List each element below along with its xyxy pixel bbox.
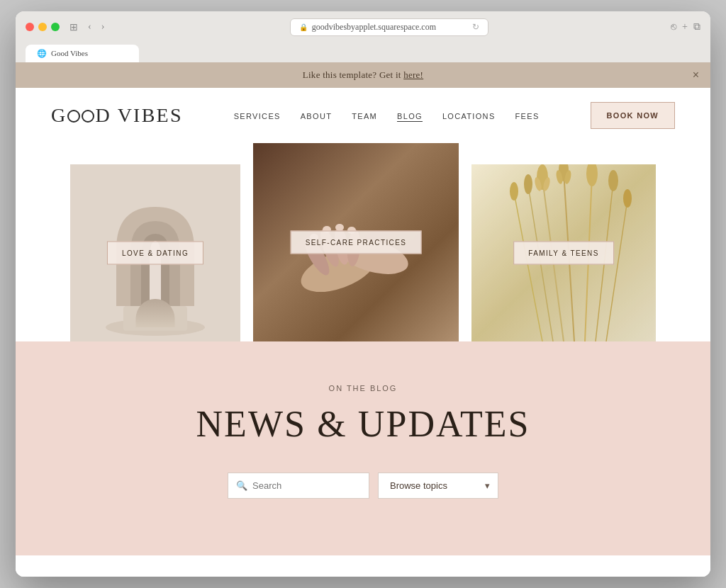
search-icon: 🔍 [236,480,247,492]
new-tab-icon[interactable]: + [682,21,688,33]
svg-point-13 [335,224,344,231]
address-bar[interactable]: 🔒 goodvibesbyapplet.squarespace.com ↻ [290,18,488,36]
nav-fees[interactable]: FEES [515,112,540,120]
browser-actions: ⎋ + ⧉ [671,21,700,33]
tab-favicon: 🌐 [37,49,47,58]
tabs-icon[interactable]: ⧉ [693,21,700,33]
maximize-button[interactable] [51,23,60,31]
announcement-text: Like this template? Get it here! [303,69,423,80]
tab-title: Good Vibes [51,49,88,57]
url-text: goodvibesbyapplet.squarespace.com [312,22,436,33]
nav-team[interactable]: TEAM [352,112,377,120]
main-nav: GD VIBES SERVICES ABOUT TEAM BLOG LOCATI… [16,88,710,143]
browser-controls: ⊞ ‹ › [67,20,107,35]
close-button[interactable] [26,23,34,31]
announcement-link[interactable]: here! [403,69,423,80]
card-label-love: LOVE & DATING [107,241,203,264]
blog-title: NEWS & UPDATES [51,404,675,444]
nav-services[interactable]: SERVICES [234,112,281,120]
nav-about[interactable]: ABOUT [301,112,333,120]
bottom-strip [16,555,710,577]
reload-icon[interactable]: ↻ [472,22,479,33]
nav-locations[interactable]: LOCATIONS [442,112,496,120]
browser-tab[interactable]: 🌐 Good Vibes [26,45,139,62]
announcement-bar: Like this template? Get it here! × [16,62,710,88]
nav-blog[interactable]: BLOG [397,112,423,122]
blog-card-family[interactable]: FAMILY & TEENS [471,164,656,341]
blog-section: ON THE BLOG NEWS & UPDATES 🔍 Browse topi… [16,341,710,555]
announcement-close-button[interactable]: × [693,69,699,81]
blog-subtitle: ON THE BLOG [51,384,675,392]
blog-search-row: 🔍 Browse topics [51,473,675,499]
browse-topics-select[interactable]: Browse topics [378,473,498,499]
share-icon[interactable]: ⎋ [671,21,676,33]
browser-window: ⊞ ‹ › 🔒 goodvibesbyapplet.squarespace.co… [16,11,710,577]
search-input[interactable] [228,473,369,499]
card-label-family: FAMILY & TEENS [513,241,614,264]
blog-cards-section: LOVE & DATING [16,143,710,341]
forward-icon[interactable]: › [99,20,108,34]
blog-card-selfcare[interactable]: SELF-CARE PRACTICES [253,143,459,341]
minimize-button[interactable] [38,23,47,31]
browse-topics-wrapper: Browse topics [378,473,498,499]
search-wrapper: 🔍 [228,473,369,499]
traffic-lights [26,23,60,31]
website-content: Like this template? Get it here! × GD VI… [16,62,710,577]
svg-rect-2 [123,306,187,331]
blog-card-love[interactable]: LOVE & DATING [70,164,240,341]
card-label-selfcare: SELF-CARE PRACTICES [291,230,422,254]
browser-chrome: ⊞ ‹ › 🔒 goodvibesbyapplet.squarespace.co… [16,11,710,62]
nav-links: SERVICES ABOUT TEAM BLOG LOCATIONS FEES [234,109,540,122]
back-icon[interactable]: ‹ [85,20,94,34]
lock-icon: 🔒 [299,23,308,31]
site-logo[interactable]: GD VIBES [51,104,183,127]
sidebar-toggle-icon[interactable]: ⊞ [67,20,81,35]
book-now-button[interactable]: BOOK NOW [591,102,676,129]
